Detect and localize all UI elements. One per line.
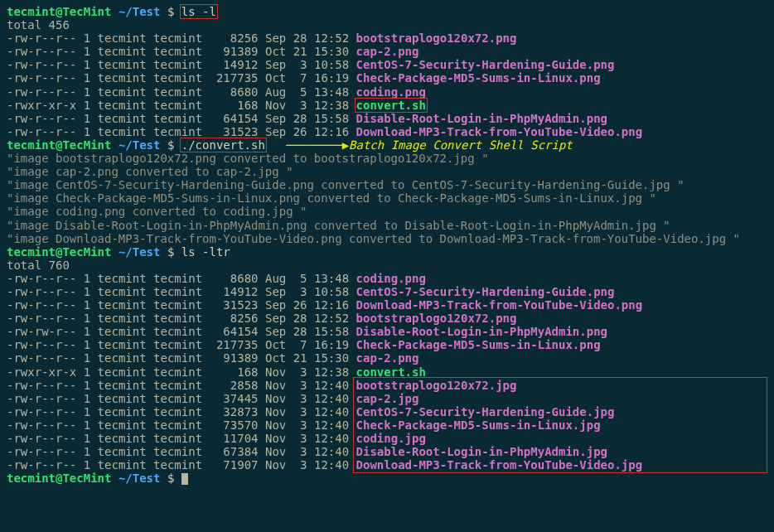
- ls2-row: -rw-r--r-- 1 tecmint tecmint 91389 Oct 2…: [7, 351, 767, 365]
- prompt-user: tecmint@TecMint: [7, 138, 111, 152]
- file-group: tecmint: [153, 405, 202, 418]
- file-user: tecmint: [98, 405, 147, 418]
- file-date: Oct 21 15:30: [265, 45, 349, 58]
- file-group: tecmint: [153, 112, 202, 125]
- file-size: 168: [210, 99, 259, 112]
- ls2-row: -rw-r--r-- 1 tecmint tecmint 8680 Aug 5 …: [7, 272, 767, 285]
- file-size: 67384: [210, 445, 259, 458]
- file-group: tecmint: [153, 285, 202, 298]
- file-perm: -rw-r--r--: [7, 445, 76, 458]
- cmd-ls-l[interactable]: ls -l: [181, 5, 216, 18]
- cmd-run-script[interactable]: ./convert.sh: [181, 138, 265, 152]
- file-user: tecmint: [98, 285, 147, 298]
- ls2-row: -rw-r--r-- 1 tecmint tecmint 71907 Nov 3…: [7, 458, 767, 472]
- file-group: tecmint: [153, 418, 202, 432]
- file-perm: -rw-r--r--: [7, 272, 76, 285]
- file-user: tecmint: [98, 125, 147, 138]
- script-output-line: "image bootstraplogo120x72.png converted…: [7, 152, 767, 165]
- file-user: tecmint: [98, 351, 147, 365]
- file-date: Nov 3 12:40: [265, 432, 349, 445]
- file-group: tecmint: [153, 445, 202, 458]
- script-output: "image bootstraplogo120x72.png converted…: [7, 152, 767, 245]
- file-links: 1: [84, 432, 90, 445]
- file-name: Disable-Root-Login-in-PhpMyAdmin.png: [356, 325, 607, 338]
- script-output-line: "image CentOS-7-Security-Hardening-Guide…: [7, 178, 767, 191]
- file-perm: -rw-rw-r--: [7, 325, 76, 338]
- annotation-label: Batch Image Convert Shell Script: [349, 138, 573, 152]
- file-links: 1: [84, 99, 90, 112]
- file-name: cap-2.jpg: [356, 392, 419, 405]
- ls2-row: -rw-r--r-- 1 tecmint tecmint 73570 Nov 3…: [7, 418, 767, 432]
- ls2-row: -rw-r--r-- 1 tecmint tecmint 14912 Sep 3…: [7, 285, 767, 298]
- file-group: tecmint: [153, 125, 202, 138]
- file-size: 64154: [210, 112, 259, 125]
- file-group: tecmint: [153, 298, 202, 312]
- file-links: 1: [84, 272, 90, 285]
- file-group: tecmint: [153, 338, 202, 351]
- cmd-ls-ltr[interactable]: ls -ltr: [181, 245, 230, 259]
- file-name: Check-Package-MD5-Sums-in-Linux.jpg: [356, 418, 601, 432]
- total-2: total 760: [7, 259, 767, 272]
- file-date: Nov 3 12:38: [265, 99, 349, 112]
- file-links: 1: [84, 338, 90, 351]
- file-date: Nov 3 12:40: [265, 418, 349, 432]
- file-perm: -rw-r--r--: [7, 71, 76, 85]
- file-date: Nov 3 12:40: [265, 445, 349, 458]
- file-name: CentOS-7-Security-Hardening-Guide.png: [356, 58, 615, 71]
- script-output-line: "image Disable-Root-Login-in-PhpMyAdmin.…: [7, 219, 767, 232]
- file-size: 32873: [210, 405, 259, 418]
- file-name: CentOS-7-Security-Hardening-Guide.png: [356, 285, 615, 298]
- file-group: tecmint: [153, 58, 202, 71]
- script-output-line: "image Download-MP3-Track-from-YouTube-V…: [7, 232, 767, 245]
- file-group: tecmint: [153, 325, 202, 338]
- file-size: 8256: [210, 312, 259, 325]
- file-size: 31523: [210, 298, 259, 312]
- prompt-cwd: ~/Test: [119, 5, 161, 18]
- ls2-row: -rw-r--r-- 1 tecmint tecmint 67384 Nov 3…: [7, 445, 767, 458]
- file-perm: -rw-r--r--: [7, 458, 76, 472]
- prompt-user: tecmint@TecMint: [7, 472, 111, 485]
- file-user: tecmint: [98, 365, 147, 379]
- file-group: tecmint: [153, 272, 202, 285]
- prompt-cwd: ~/Test: [119, 245, 161, 259]
- file-user: tecmint: [98, 458, 147, 472]
- ls1-row: -rwxr-xr-x 1 tecmint tecmint 168 Nov 3 1…: [7, 99, 767, 112]
- file-links: 1: [84, 312, 90, 325]
- file-links: 1: [84, 285, 90, 298]
- file-user: tecmint: [98, 418, 147, 432]
- ls2-row: -rw-r--r-- 1 tecmint tecmint 217735 Oct …: [7, 338, 767, 351]
- file-perm: -rw-r--r--: [7, 312, 76, 325]
- file-perm: -rw-r--r--: [7, 405, 76, 418]
- file-perm: -rwxr-xr-x: [7, 365, 76, 379]
- file-user: tecmint: [98, 325, 147, 338]
- file-perm: -rw-r--r--: [7, 45, 76, 58]
- file-date: Nov 3 12:40: [265, 458, 349, 472]
- file-date: Nov 3 12:38: [265, 365, 349, 379]
- cursor-icon[interactable]: [181, 473, 188, 485]
- file-links: 1: [84, 445, 90, 458]
- file-links: 1: [84, 298, 90, 312]
- prompt-sep: $: [167, 472, 174, 485]
- script-output-line: "image Check-Package-MD5-Sums-in-Linux.p…: [7, 191, 767, 205]
- file-name: CentOS-7-Security-Hardening-Guide.jpg: [356, 405, 615, 418]
- file-perm: -rw-r--r--: [7, 351, 76, 365]
- file-perm: -rwxr-xr-x: [7, 99, 76, 112]
- file-name: Download-MP3-Track-from-YouTube-Video.jp…: [356, 458, 643, 472]
- file-perm: -rw-r--r--: [7, 85, 76, 99]
- file-group: tecmint: [153, 351, 202, 365]
- ls2-row: -rwxr-xr-x 1 tecmint tecmint 168 Nov 3 1…: [7, 365, 767, 379]
- terminal[interactable]: tecmint@TecMint ~/Test $ ls -ltotal 456-…: [0, 0, 774, 490]
- file-links: 1: [84, 71, 90, 85]
- file-name: bootstraplogo120x72.png: [356, 31, 517, 45]
- file-user: tecmint: [98, 58, 147, 71]
- file-links: 1: [84, 365, 90, 379]
- ls2-row: -rw-r--r-- 1 tecmint tecmint 2858 Nov 3 …: [7, 379, 767, 392]
- file-perm: -rw-r--r--: [7, 298, 76, 312]
- file-links: 1: [84, 392, 90, 405]
- file-perm: -rw-r--r--: [7, 379, 76, 392]
- ls1-row: -rw-r--r-- 1 tecmint tecmint 91389 Oct 2…: [7, 45, 767, 58]
- ls2-row: -rw-r--r-- 1 tecmint tecmint 8256 Sep 28…: [7, 312, 767, 325]
- file-date: Sep 3 10:58: [265, 285, 349, 298]
- file-name: coding.jpg: [356, 432, 426, 445]
- file-group: tecmint: [153, 379, 202, 392]
